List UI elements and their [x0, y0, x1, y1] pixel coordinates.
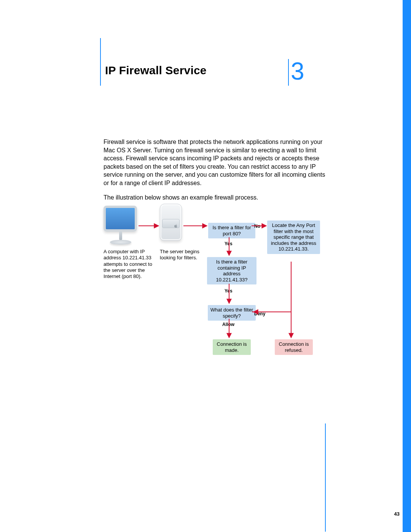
edge-label-yes-1: Yes — [225, 241, 233, 246]
edge-label-yes-2: Yes — [225, 288, 233, 294]
title-divider — [100, 38, 101, 86]
right-margin-rule — [325, 423, 326, 532]
node-filter-port80: Is there a filter for port 80? — [208, 223, 255, 238]
chapter-number-divider — [288, 59, 289, 86]
node-filter-ip: Is there a filter containing IP address … — [207, 257, 256, 284]
edge-label-allow: Allow — [222, 322, 234, 327]
node-filter-specify: What does the filter specify? — [208, 305, 256, 321]
body-text: Firewall service is software that protec… — [104, 138, 327, 208]
paragraph-intro: Firewall service is software that protec… — [104, 138, 327, 187]
server-caption: The server begins looking for filters. — [160, 249, 209, 261]
edge-label-deny: Deny — [254, 311, 265, 316]
page-number: 43 — [394, 511, 400, 517]
chapter-title: IP Firewall Service — [105, 64, 207, 77]
firewall-flow-diagram: A computer with IP address 10.221.41.33 … — [104, 204, 332, 367]
edge-label-no: No — [254, 224, 260, 229]
page: IP Firewall Service 3 Firewall service i… — [0, 0, 411, 532]
node-connection-made: Connection is made. — [213, 339, 251, 355]
node-connection-refused: Connection is refused. — [275, 339, 313, 355]
chapter-number: 3 — [291, 57, 304, 85]
apple-logo-icon — [174, 224, 178, 228]
paragraph-figure-lead: The illustration below shows an example … — [104, 193, 327, 202]
server-tower-icon — [160, 204, 183, 244]
client-computer-icon — [104, 206, 138, 244]
client-caption: A computer with IP address 10.221.41.33 … — [104, 249, 159, 280]
page-edge-bar — [403, 0, 411, 532]
node-locate-anyport: Locate the Any Port filter with the most… — [267, 220, 320, 254]
